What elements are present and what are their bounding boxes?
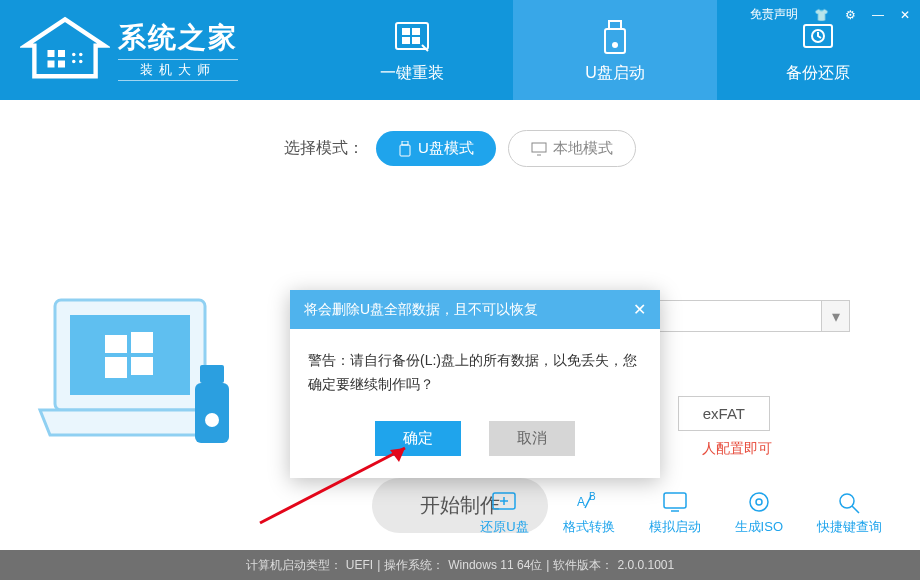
tool-label: 生成ISO [735,518,783,536]
minimize-icon[interactable]: — [868,6,888,24]
svg-point-15 [612,42,618,48]
settings-icon[interactable]: ⚙ [841,6,860,24]
status-os-value: Windows 11 64位 [448,557,542,574]
svg-line-41 [852,506,859,513]
svg-rect-36 [664,493,686,508]
status-os-label: 操作系统： [384,557,444,574]
generate-iso-icon [745,490,773,514]
monitor-small-icon [531,142,547,156]
tool-format-convert[interactable]: AB 格式转换 [563,490,615,536]
dialog-cancel-button[interactable]: 取消 [489,421,575,456]
house-logo-icon [20,15,110,85]
dialog-footer: 确定 取消 [290,421,660,478]
tool-label: 还原U盘 [480,518,528,536]
svg-rect-11 [402,37,410,44]
svg-rect-19 [400,145,410,156]
windows-reinstall-icon [392,17,432,57]
tool-label: 快捷键查询 [817,518,882,536]
svg-point-4 [72,53,76,57]
tool-label: 格式转换 [563,518,615,536]
svg-rect-25 [131,332,153,353]
chevron-down-icon[interactable]: ▾ [822,300,850,332]
svg-rect-20 [532,143,546,152]
disclaimer-link[interactable]: 免责声明 [746,4,802,25]
laptop-usb-illustration [35,290,255,470]
usb-small-icon [398,141,412,157]
mode-label: 选择模式： [284,138,364,159]
status-ver-label: 软件版本： [553,557,613,574]
bottom-toolbar: 还原U盘 AB 格式转换 模拟启动 生成ISO 快捷键查询 [480,490,882,536]
app-header: 系统之家 装机大师 一键重装 U盘启动 备份还原 免责声明 👕 ⚙ — ✕ [0,0,920,100]
restore-usb-icon [490,490,518,514]
svg-point-39 [756,499,762,505]
svg-rect-18 [402,141,408,145]
svg-rect-3 [58,61,65,68]
tool-simulate-boot[interactable]: 模拟启动 [649,490,701,536]
local-mode-button[interactable]: 本地模式 [508,130,636,167]
window-controls: 免责声明 👕 ⚙ — ✕ [746,4,914,25]
svg-rect-26 [105,357,127,378]
mode-selector: 选择模式： U盘模式 本地模式 [40,130,880,167]
svg-rect-1 [58,50,65,57]
svg-rect-27 [131,357,153,375]
format-convert-icon: AB [575,490,603,514]
tool-generate-iso[interactable]: 生成ISO [735,490,783,536]
status-boot-value: UEFI [346,558,373,572]
tab-label: 备份还原 [786,63,850,84]
logo-area: 系统之家 装机大师 [0,15,310,85]
dialog-header: 将会删除U盘全部数据，且不可以恢复 ✕ [290,290,660,329]
main-content: 选择模式： U盘模式 本地模式 ）26.91GB ▾ exFAT 人配置即可 开… [0,100,920,540]
svg-rect-9 [402,28,410,35]
svg-rect-24 [105,335,127,353]
svg-rect-28 [200,365,224,383]
tool-label: 模拟启动 [649,518,701,536]
svg-rect-23 [70,315,190,395]
config-hint: 人配置即可 [702,440,772,458]
filesystem-exfat-option[interactable]: exFAT [678,396,770,431]
status-sep: | [377,558,380,572]
usb-mode-button[interactable]: U盘模式 [376,131,496,166]
dialog-title: 将会删除U盘全部数据，且不可以恢复 [304,301,538,319]
status-boot-label: 计算机启动类型： [246,557,342,574]
svg-point-6 [72,60,76,64]
tab-label: U盘启动 [585,63,645,84]
dialog-ok-button[interactable]: 确定 [375,421,461,456]
close-icon[interactable]: ✕ [896,6,914,24]
app-subtitle: 装机大师 [118,59,238,81]
mode-btn-label: U盘模式 [418,139,474,158]
svg-point-7 [79,60,83,64]
svg-rect-13 [609,21,621,29]
svg-rect-14 [605,29,625,53]
dialog-body: 警告：请自行备份(L:)盘上的所有数据，以免丢失，您确定要继续制作吗？ [290,329,660,421]
svg-point-40 [840,494,854,508]
tab-reinstall[interactable]: 一键重装 [310,0,513,100]
svg-rect-2 [48,61,55,68]
hotkey-lookup-icon [836,490,864,514]
mode-btn-label: 本地模式 [553,139,613,158]
status-bar: 计算机启动类型： UEFI | 操作系统： Windows 11 64位 | 软… [0,550,920,580]
svg-rect-10 [412,28,420,35]
confirm-dialog: 将会删除U盘全部数据，且不可以恢复 ✕ 警告：请自行备份(L:)盘上的所有数据，… [290,290,660,478]
tab-usb-boot[interactable]: U盘启动 [513,0,716,100]
usb-drive-icon [595,17,635,57]
svg-point-5 [79,53,83,57]
status-ver-value: 2.0.0.1001 [617,558,674,572]
tool-restore-usb[interactable]: 还原U盘 [480,490,528,536]
skin-icon[interactable]: 👕 [810,6,833,24]
app-title: 系统之家 [118,19,238,57]
svg-point-38 [750,493,768,511]
status-sep: | [546,558,549,572]
simulate-boot-icon [661,490,689,514]
svg-rect-0 [48,50,55,57]
tool-hotkey-lookup[interactable]: 快捷键查询 [817,490,882,536]
tab-label: 一键重装 [380,63,444,84]
svg-rect-12 [412,37,420,44]
svg-text:A: A [577,495,585,509]
dialog-close-icon[interactable]: ✕ [633,300,646,319]
svg-point-30 [205,413,219,427]
